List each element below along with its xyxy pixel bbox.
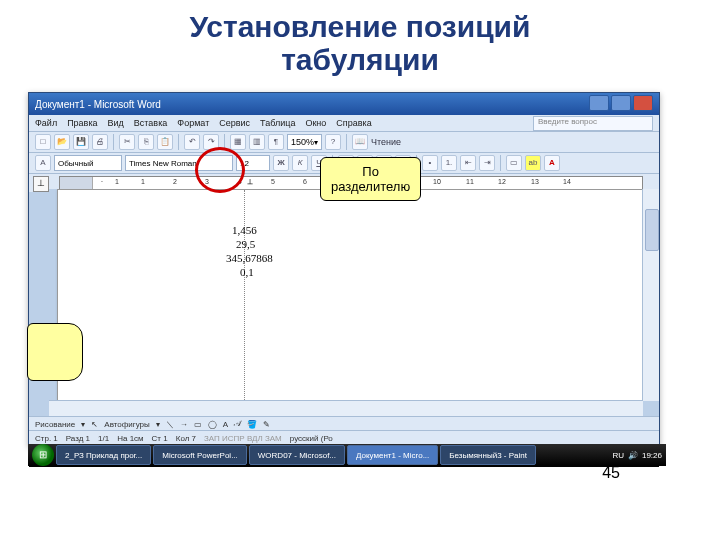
paste-icon[interactable]: 📋 — [157, 134, 173, 150]
status-lang: русский (Ро — [290, 434, 333, 443]
page[interactable]: 1,456 29,5 345,67868 0,1 — [57, 189, 643, 401]
callout-side — [27, 323, 83, 381]
menu-view[interactable]: Вид — [108, 118, 124, 128]
cut-icon[interactable]: ✂ — [119, 134, 135, 150]
status-page: Стр. 1 — [35, 434, 58, 443]
menu-window[interactable]: Окно — [305, 118, 326, 128]
menu-help[interactable]: Справка — [336, 118, 371, 128]
draw-menu-label[interactable]: Рисование — [35, 420, 75, 429]
indent-dec-icon[interactable]: ⇤ — [460, 155, 476, 171]
menu-insert[interactable]: Вставка — [134, 118, 167, 128]
status-pages: 1/1 — [98, 434, 109, 443]
wordart-icon[interactable]: 𝒜 — [234, 419, 241, 429]
taskbar-item[interactable]: Microsoft PowerPoi... — [153, 445, 247, 465]
new-icon[interactable]: □ — [35, 134, 51, 150]
callout-decimal-tab: По разделителю — [320, 157, 421, 201]
font-color-icon[interactable]: A — [544, 155, 560, 171]
read-mode-label[interactable]: Чтение — [371, 137, 401, 147]
standard-toolbar[interactable]: □ 📂 💾 🖨 ✂ ⎘ 📋 ↶ ↷ ▦ ▥ ¶ 150% ▾ ? 📖 Чтени… — [29, 132, 659, 153]
taskbar-item-active[interactable]: Документ1 - Micro... — [347, 445, 438, 465]
taskbar-item[interactable]: 2_РЗ Приклад прог... — [56, 445, 151, 465]
close-icon — [633, 95, 653, 111]
minimize-icon — [589, 95, 609, 111]
indent-inc-icon[interactable]: ⇥ — [479, 155, 495, 171]
columns-icon[interactable]: ▥ — [249, 134, 265, 150]
ask-question-input[interactable]: Введите вопрос — [533, 116, 653, 131]
doc-line: 1,456 — [232, 224, 257, 236]
window-title: Документ1 - Microsoft Word — [35, 99, 161, 110]
menu-edit[interactable]: Правка — [67, 118, 97, 128]
tab-type-selector[interactable]: ⊥ — [33, 176, 49, 192]
undo-icon[interactable]: ↶ — [184, 134, 200, 150]
zoom-select[interactable]: 150% ▾ — [287, 134, 322, 150]
show-marks-icon[interactable]: ¶ — [268, 134, 284, 150]
taskbar-item[interactable]: Безымянный3 - Paint — [440, 445, 536, 465]
status-bar: Стр. 1 Разд 1 1/1 На 1см Ст 1 Кол 7 ЗАП … — [29, 430, 659, 445]
bullets-icon[interactable]: • — [422, 155, 438, 171]
horizontal-scrollbar[interactable] — [49, 400, 643, 417]
doc-line: 345,67868 — [226, 252, 273, 264]
status-col: Кол 7 — [176, 434, 196, 443]
numbering-icon[interactable]: 1. — [441, 155, 457, 171]
select-arrow-icon[interactable]: ↖ — [91, 420, 98, 429]
print-icon[interactable]: 🖨 — [92, 134, 108, 150]
window-controls[interactable] — [587, 95, 653, 113]
annotation-circle — [195, 147, 245, 193]
fill-color-icon[interactable]: 🪣 — [247, 420, 257, 429]
menu-tools[interactable]: Сервис — [219, 118, 250, 128]
tray-sound-icon[interactable]: 🔊 — [628, 451, 638, 460]
read-icon[interactable]: 📖 — [352, 134, 368, 150]
slide-page-number: 45 — [602, 464, 620, 482]
bold-icon[interactable]: Ж — [273, 155, 289, 171]
menu-bar[interactable]: Файл Правка Вид Вставка Формат Сервис Та… — [29, 115, 659, 132]
status-at: На 1см — [117, 434, 143, 443]
status-section: Разд 1 — [66, 434, 90, 443]
status-line: Ст 1 — [152, 434, 168, 443]
styles-icon[interactable]: A — [35, 155, 51, 171]
open-icon[interactable]: 📂 — [54, 134, 70, 150]
style-select[interactable]: Обычный — [54, 155, 122, 171]
textbox-icon[interactable]: A — [223, 420, 228, 429]
borders-icon[interactable]: ▭ — [506, 155, 522, 171]
rect-icon[interactable]: ▭ — [194, 420, 202, 429]
table-icon[interactable]: ▦ — [230, 134, 246, 150]
status-modes: ЗАП ИСПР ВДЛ ЗАМ — [204, 434, 282, 443]
doc-line: 0,1 — [240, 266, 254, 278]
help-icon[interactable]: ? — [325, 134, 341, 150]
oval-icon[interactable]: ◯ — [208, 420, 217, 429]
line-icon[interactable]: ＼ — [166, 419, 174, 430]
start-button[interactable]: ⊞ — [32, 444, 54, 466]
italic-icon[interactable]: К — [292, 155, 308, 171]
decimal-tab-stop[interactable]: ⊥ — [247, 178, 253, 186]
tray-clock: 19:26 — [642, 451, 662, 460]
menu-file[interactable]: Файл — [35, 118, 57, 128]
maximize-icon — [611, 95, 631, 111]
vertical-scrollbar[interactable] — [642, 189, 659, 401]
menu-format[interactable]: Формат — [177, 118, 209, 128]
highlight-icon[interactable]: ab — [525, 155, 541, 171]
title-bar: Документ1 - Microsoft Word — [29, 93, 659, 115]
slide-title: Установление позиций табуляции — [0, 0, 720, 80]
autoshapes-label[interactable]: Автофигуры — [104, 420, 150, 429]
arrow-icon[interactable]: → — [180, 420, 188, 429]
copy-icon[interactable]: ⎘ — [138, 134, 154, 150]
word-window: Документ1 - Microsoft Word Файл Правка В… — [28, 92, 660, 446]
save-icon[interactable]: 💾 — [73, 134, 89, 150]
taskbar-item[interactable]: WORD07 - Microsof... — [249, 445, 345, 465]
system-tray[interactable]: RU 🔊 19:26 — [612, 451, 662, 460]
line-color-icon[interactable]: ✎ — [263, 420, 270, 429]
menu-table[interactable]: Таблица — [260, 118, 295, 128]
document-area[interactable]: 1,456 29,5 345,67868 0,1 — [49, 189, 643, 401]
tab-guide-line — [244, 190, 245, 401]
windows-taskbar[interactable]: ⊞ 2_РЗ Приклад прог... Microsoft PowerPo… — [28, 444, 666, 466]
doc-line: 29,5 — [236, 238, 255, 250]
drawing-toolbar[interactable]: Рисование▾ ↖ Автофигуры▾ ＼ → ▭ ◯ A 𝒜 🪣 ✎ — [29, 416, 659, 431]
tray-lang[interactable]: RU — [612, 451, 624, 460]
